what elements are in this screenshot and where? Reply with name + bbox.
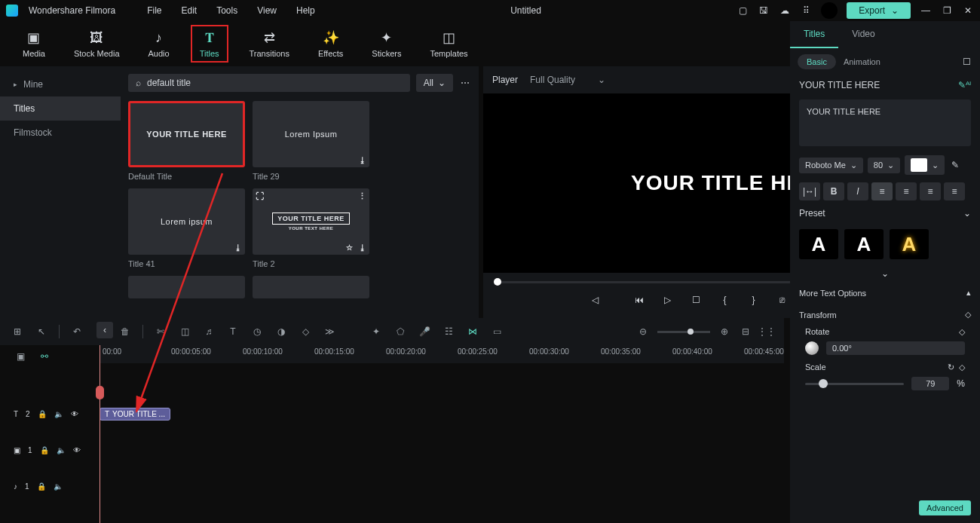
pointer-icon[interactable]: ↖ [35,325,48,338]
bold-button[interactable]: B [823,182,844,200]
menu-view[interactable]: View [257,5,277,16]
menu-dots-icon[interactable]: ⋮ [358,191,367,201]
favorite-icon[interactable]: ☆ [346,243,354,252]
account-icon[interactable] [821,2,838,19]
subtab-basic[interactable]: Basic [798,54,836,69]
thumb-title-41[interactable]: Lorem ipsum⭳ [128,188,245,255]
eyedropper-icon[interactable]: ✎ [949,159,961,171]
color-picker[interactable]: ⌄ [905,155,945,175]
reset-icon[interactable]: ↻ [948,362,954,372]
keyframe-icon[interactable]: ◇ [959,327,965,337]
menu-file[interactable]: File [147,5,161,16]
tab-audio[interactable]: ♪Audio [141,26,177,61]
sidebar-item-mine[interactable]: ▸Mine [0,72,121,96]
search-box[interactable]: ⌕ [128,74,410,92]
lock-icon[interactable]: 🔒 [38,410,47,418]
thumb-placeholder[interactable] [128,276,245,298]
title-clip[interactable]: TYOUR TITLE ... [100,408,170,421]
crop-icon[interactable]: ◫ [178,325,191,338]
more-tools-icon[interactable]: ≫ [323,325,336,338]
text-icon[interactable]: T [226,325,240,338]
lock-icon[interactable]: 🔒 [37,482,46,491]
download-icon[interactable]: ⭳ [234,243,243,252]
lock-icon[interactable]: 🔒 [40,446,49,454]
preset-expand[interactable]: ⌄ [790,265,980,282]
mute-icon[interactable]: 🔈 [57,446,66,454]
zoom-out-icon[interactable]: ⊖ [636,325,650,338]
align-center-button[interactable]: ≡ [896,182,917,200]
mute-icon[interactable]: 🔈 [54,482,63,491]
eye-icon[interactable]: 👁 [73,446,81,454]
stop-icon[interactable]: ☐ [691,294,703,306]
view-icon[interactable]: ⋮⋮ [760,325,773,338]
tab-media[interactable]: ▣Media [15,26,53,61]
italic-button[interactable]: I [847,182,868,200]
menu-help[interactable]: Help [296,5,315,16]
playhead[interactable] [100,345,100,523]
sidebar-collapse-button[interactable]: ‹ [96,322,113,338]
tab-effects[interactable]: ✨Effects [311,26,351,61]
sidebar-item-filmstock[interactable]: Filmstock [0,121,121,145]
layout-icon[interactable]: ▢ [737,5,749,17]
preset-1[interactable]: A [799,229,838,259]
zoom-slider[interactable] [657,331,710,333]
cloud-icon[interactable]: ☁ [779,5,791,17]
split-icon[interactable]: ✄ [154,325,167,338]
title-text-input[interactable]: YOUR TITLE HERE [799,99,971,146]
fit-icon[interactable]: ⊟ [739,325,752,338]
beat-icon[interactable]: ♬ [202,325,216,338]
step-back-icon[interactable]: ⏮ [633,294,645,306]
font-dropdown[interactable]: Roboto Me⌄ [799,158,863,173]
keyframe-icon[interactable]: ◇ [965,310,971,320]
tab-transitions[interactable]: ⇄Transitions [242,26,297,61]
search-input[interactable] [147,78,403,88]
align-right-button[interactable]: ≡ [920,182,941,200]
zoom-in-icon[interactable]: ⊕ [718,325,731,338]
timeline-ruler[interactable]: 00:00 00:00:05:00 00:00:10:00 00:00:15:0… [100,345,784,363]
scale-value[interactable]: 79 [911,377,949,390]
inspector-tab-video[interactable]: Video [838,21,888,48]
thumb-default-title[interactable]: YOUR TITLE HERE [128,101,245,167]
expand-icon[interactable]: ⛶ [256,191,265,200]
ai-icon[interactable]: ✦ [369,325,383,338]
spacing-icon[interactable]: |↔| [799,182,820,200]
track-options-icon[interactable]: ▣ [14,350,27,363]
tab-stock-media[interactable]: 🖼Stock Media [66,26,127,61]
preset-3[interactable]: A [890,229,929,259]
rotate-dial[interactable] [805,341,819,355]
delete-icon[interactable]: 🗑 [118,325,132,338]
inspector-tab-titles[interactable]: Titles [790,21,838,48]
more-icon[interactable]: ⋯ [459,77,471,89]
adjust-icon[interactable]: ▭ [490,325,504,338]
marker-icon[interactable]: ⬠ [394,325,407,338]
title-track[interactable]: T2 🔒 🔈 👁 TYOUR TITLE ... [0,401,784,427]
quality-dropdown[interactable]: Full Quality⌄ [530,75,605,85]
preset-2[interactable]: A [844,229,884,259]
chevron-down-icon[interactable]: ⌄ [963,208,971,219]
font-size-dropdown[interactable]: 80⌄ [868,158,900,173]
align-left-button[interactable]: ≡ [871,182,893,200]
ai-edit-icon[interactable]: ✎ᴬᴵ [958,80,971,90]
prev-icon[interactable]: ◁ [590,294,602,306]
audio-track[interactable]: ♪1 🔒 🔈 [0,473,784,499]
mark-out-icon[interactable]: } [748,294,760,306]
sidebar-item-titles[interactable]: Titles [0,96,121,121]
transform-section[interactable]: Transform [799,310,837,320]
menu-edit[interactable]: Edit [182,5,198,16]
eye-icon[interactable]: 👁 [71,410,78,418]
minimize-icon[interactable]: — [920,5,932,17]
rotate-value[interactable]: 0.00° [826,341,965,355]
play-icon[interactable]: ▷ [662,294,674,306]
mixer-icon[interactable]: ☷ [442,325,455,338]
more-text-options[interactable]: More Text Options [799,289,866,298]
voice-icon[interactable]: 🎤 [418,325,431,338]
close-icon[interactable]: ✕ [962,5,974,17]
filter-dropdown[interactable]: All⌄ [416,74,453,92]
thumb-title-2[interactable]: ⛶ ⋮ YOUR TITLE HERE YOUR TEXT HERE ☆ ⭳ [253,188,369,255]
mark-in-icon[interactable]: { [719,294,731,306]
export-button[interactable]: Export⌄ [847,2,911,19]
keyframe-icon[interactable]: ◇ [959,362,965,372]
maximize-icon[interactable]: ❐ [941,5,953,17]
menu-tools[interactable]: Tools [216,5,237,16]
save-icon[interactable]: 🖫 [758,5,770,17]
